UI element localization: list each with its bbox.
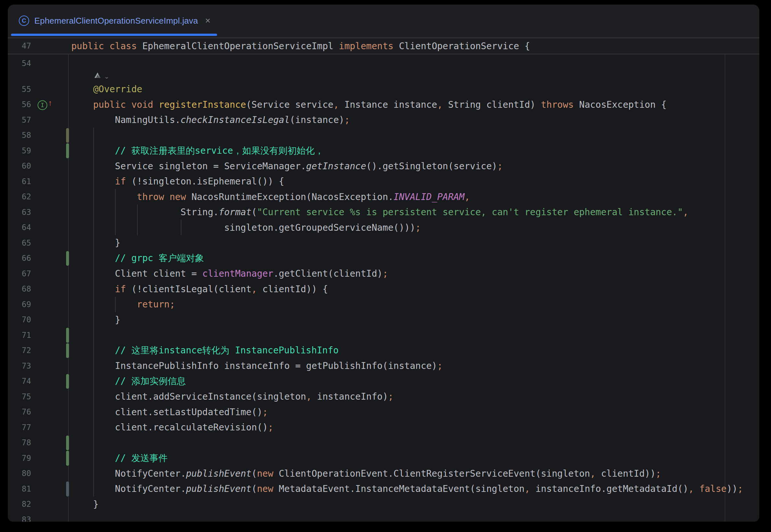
code-line[interactable]: 80 NotifyCenter.publishEvent(new ClientO…: [8, 466, 759, 482]
code-text[interactable]: @Override: [71, 82, 142, 97]
line-number[interactable]: 62: [8, 192, 31, 201]
code-line[interactable]: 73 InstancePublishInfo instanceInfo = ge…: [8, 358, 759, 374]
close-icon[interactable]: ×: [205, 16, 210, 25]
line-number[interactable]: 69: [8, 300, 31, 309]
line-number[interactable]: 79: [8, 454, 31, 463]
line-number[interactable]: 68: [8, 284, 31, 294]
gutter-change-marker[interactable]: [66, 451, 69, 466]
line-number[interactable]: 81: [8, 484, 31, 493]
inlay-hint-row[interactable]: ⌄: [8, 71, 759, 82]
code-text[interactable]: singleton.getGroupedServiceName()));: [71, 220, 421, 236]
code-line[interactable]: 83: [8, 512, 759, 522]
code-line[interactable]: 64 singleton.getGroupedServiceName()));: [8, 220, 759, 236]
code-line[interactable]: 74 // 添加实例信息: [8, 374, 759, 389]
line-number[interactable]: 67: [8, 269, 31, 278]
code-line[interactable]: 67 Client client = clientManager.getClie…: [8, 266, 759, 282]
code-line[interactable]: 62 throw new NacosRuntimeException(Nacos…: [8, 189, 759, 205]
chevron-down-icon[interactable]: ⌄: [104, 75, 109, 78]
code-text[interactable]: Service singleton = ServiceManager.getIn…: [71, 159, 503, 174]
code-line[interactable]: 82 }: [8, 497, 759, 512]
code-text[interactable]: // 获取注册表里的service，如果没有则初始化，: [71, 143, 324, 159]
code-text[interactable]: NotifyCenter.publishEvent(new MetadataEv…: [71, 481, 743, 497]
code-line[interactable]: 75 client.addServiceInstance(singleton, …: [8, 389, 759, 405]
line-number[interactable]: 61: [8, 177, 31, 186]
code-text[interactable]: client.setLastUpdatedTime();: [71, 405, 268, 420]
line-number[interactable]: 60: [8, 161, 31, 171]
gutter-change-marker[interactable]: [66, 251, 69, 266]
code-text[interactable]: Client client = clientManager.getClient(…: [71, 266, 388, 282]
line-number[interactable]: 64: [8, 223, 31, 232]
code-text[interactable]: String.format("Current service %s is per…: [71, 205, 688, 220]
code-text[interactable]: if (!clientIsLegal(client, clientId)) {: [71, 282, 328, 297]
code-line[interactable]: 78: [8, 435, 759, 451]
code-line[interactable]: 54: [8, 56, 759, 71]
code-text[interactable]: NamingUtils.checkInstanceIsLegal(instanc…: [71, 112, 350, 128]
line-number[interactable]: 83: [8, 515, 31, 522]
code-text[interactable]: // 添加实例信息: [71, 374, 185, 389]
line-number[interactable]: 80: [8, 469, 31, 478]
code-text[interactable]: return;: [71, 297, 175, 312]
code-line[interactable]: 77 client.recalculateRevision();: [8, 420, 759, 435]
line-number[interactable]: 56: [8, 100, 31, 109]
code-line[interactable]: 70 }: [8, 312, 759, 328]
code-line[interactable]: 65 }: [8, 235, 759, 251]
code-text[interactable]: // 发送事件: [71, 450, 167, 466]
code-line[interactable]: 60 Service singleton = ServiceManager.ge…: [8, 159, 759, 174]
line-number[interactable]: 71: [8, 331, 31, 340]
code-text[interactable]: }: [71, 312, 120, 328]
code-line[interactable]: 76 client.setLastUpdatedTime();: [8, 405, 759, 420]
code-line[interactable]: 57 NamingUtils.checkInstanceIsLegal(inst…: [8, 112, 759, 128]
code-text[interactable]: // 这里将instance转化为 InstancePublishInfo: [71, 343, 339, 359]
line-number[interactable]: 58: [8, 131, 31, 140]
line-number[interactable]: 76: [8, 407, 31, 416]
code-text[interactable]: // grpc 客户端对象: [71, 251, 204, 266]
code-text[interactable]: throw new NacosRuntimeException(NacosExc…: [71, 189, 470, 205]
code-text[interactable]: client.addServiceInstance(singleton, ins…: [71, 389, 394, 405]
code-text[interactable]: client.recalculateRevision();: [71, 420, 274, 435]
gutter-change-marker[interactable]: [66, 143, 69, 158]
code-line[interactable]: 79 // 发送事件: [8, 450, 759, 466]
gutter-change-marker[interactable]: [66, 343, 69, 358]
gutter-change-marker[interactable]: [66, 482, 69, 496]
line-number[interactable]: 82: [8, 500, 31, 509]
code-text[interactable]: }: [71, 235, 120, 251]
gutter-change-marker[interactable]: [66, 436, 69, 450]
code-text[interactable]: public void registerInstance(Service ser…: [71, 97, 667, 113]
line-number[interactable]: 78: [8, 438, 31, 447]
gutter-change-marker[interactable]: [66, 128, 69, 143]
line-number[interactable]: 70: [8, 315, 31, 324]
code-text[interactable]: NotifyCenter.publishEvent(new ClientOper…: [71, 466, 661, 482]
code-text[interactable]: InstancePublishInfo instanceInfo = getPu…: [71, 358, 442, 374]
gutter-change-marker[interactable]: [66, 328, 69, 343]
line-number[interactable]: 73: [8, 361, 31, 371]
implements-method-icon[interactable]: I↑: [38, 100, 56, 111]
line-number[interactable]: 75: [8, 392, 31, 401]
line-number[interactable]: 47: [8, 41, 31, 50]
line-number[interactable]: 59: [8, 146, 31, 155]
code-line[interactable]: 63 String.format("Current service %s is …: [8, 205, 759, 220]
code-line[interactable]: 69 return;: [8, 297, 759, 312]
line-number[interactable]: 65: [8, 238, 31, 248]
code-line[interactable]: 61 if (!singleton.isEphemeral()) {: [8, 174, 759, 189]
line-number[interactable]: 57: [8, 116, 31, 125]
line-number[interactable]: 54: [8, 59, 31, 68]
line-number[interactable]: 66: [8, 254, 31, 263]
code-text[interactable]: if (!singleton.isEphemeral()) {: [71, 174, 284, 189]
code-line[interactable]: 72 // 这里将instance转化为 InstancePublishInfo: [8, 343, 759, 359]
line-number[interactable]: 72: [8, 346, 31, 355]
ai-assistant-icon[interactable]: ⌄: [93, 72, 109, 81]
code-line[interactable]: 68 if (!clientIsLegal(client, clientId))…: [8, 282, 759, 297]
line-number[interactable]: 63: [8, 208, 31, 217]
code-line[interactable]: 71: [8, 327, 759, 343]
code-line[interactable]: 58: [8, 128, 759, 143]
tab-ephemeral-client-operation-service[interactable]: C EphemeralClientOperationServiceImpl.ja…: [11, 5, 217, 37]
code-line[interactable]: 59 // 获取注册表里的service，如果没有则初始化，: [8, 143, 759, 159]
sticky-code-text[interactable]: public class EphemeralClientOperationSer…: [71, 38, 530, 54]
line-number[interactable]: 74: [8, 377, 31, 386]
line-number[interactable]: 77: [8, 423, 31, 432]
code-line[interactable]: 56I↑ public void registerInstance(Servic…: [8, 97, 759, 113]
code-line[interactable]: 66 // grpc 客户端对象: [8, 251, 759, 266]
gutter-change-marker[interactable]: [66, 374, 69, 389]
code-line[interactable]: 81 NotifyCenter.publishEvent(new Metadat…: [8, 481, 759, 497]
code-line[interactable]: 55 @Override: [8, 82, 759, 97]
